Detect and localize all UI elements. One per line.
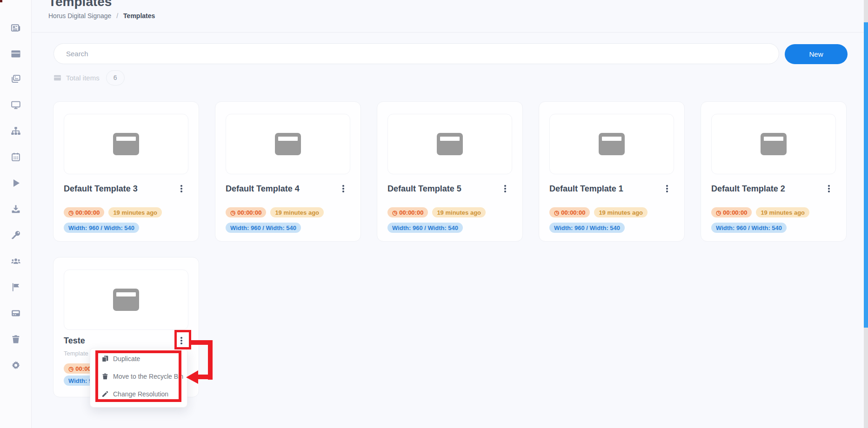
window-placeholder-icon [599, 133, 625, 155]
clock-icon: ◷ [554, 210, 559, 216]
breadcrumb-current: Templates [123, 12, 155, 20]
window-placeholder-icon [113, 133, 139, 155]
window-icon [53, 74, 61, 82]
context-menu-item[interactable]: Duplicate [90, 350, 187, 368]
template-subtitle: Template [64, 350, 88, 357]
template-card[interactable]: Default Template 4◷00:00:0019 minutes ag… [215, 101, 361, 242]
sitemap-icon[interactable] [11, 126, 21, 136]
updated-badge: 19 minutes ago [108, 207, 162, 217]
template-card[interactable]: Default Template 3◷00:00:0019 minutes ag… [53, 101, 199, 242]
sidebar [0, 0, 32, 428]
updated-badge: 19 minutes ago [756, 207, 809, 217]
trash-icon[interactable] [11, 334, 21, 344]
template-thumbnail [64, 270, 188, 330]
kebab-menu-button[interactable] [177, 336, 186, 346]
kebab-menu-button[interactable] [177, 184, 186, 194]
total-items-count-badge: 6 [106, 70, 125, 86]
window-placeholder-icon [437, 133, 463, 155]
pager-icon[interactable] [11, 308, 21, 318]
template-thumbnail [387, 114, 512, 174]
resolution-badge: Width: 960 / Width: 540 [64, 223, 139, 233]
calendar-icon[interactable] [11, 152, 21, 162]
breadcrumb: Horus Digital Signage / Templates [48, 12, 155, 20]
template-thumbnail [64, 114, 188, 174]
download-icon[interactable] [11, 204, 21, 214]
kebab-menu-button[interactable] [663, 184, 671, 194]
window-placeholder-icon [761, 133, 787, 155]
context-menu-item[interactable]: Move to the Recycle Bin [90, 368, 187, 385]
template-card[interactable]: Default Template 1◷00:00:0019 minutes ag… [539, 101, 685, 242]
duration-badge: ◷00:00:00 [226, 207, 266, 217]
search-input[interactable] [53, 43, 779, 64]
clipped-top-icon [11, 0, 21, 5]
breadcrumb-root[interactable]: Horus Digital Signage [48, 12, 111, 20]
total-items-label: Total items [66, 74, 100, 82]
window-placeholder-icon [113, 289, 139, 311]
copy-icon [101, 355, 109, 362]
corner-artifact [0, 0, 2, 2]
template-title: Default Template 2 [711, 184, 785, 194]
flag-icon[interactable] [11, 282, 21, 292]
updated-badge: 19 minutes ago [432, 207, 486, 217]
monitor-icon[interactable] [11, 100, 21, 110]
clock-icon: ◷ [68, 366, 73, 372]
resolution-badge: Width: 960 / Width: 540 [226, 223, 301, 233]
key-icon[interactable] [11, 230, 21, 240]
updated-badge: 19 minutes ago [270, 207, 324, 217]
template-title: Teste [64, 336, 85, 346]
page-title: Templates [48, 0, 112, 9]
duration-badge: ◷00:00:00 [387, 207, 428, 217]
template-title: Default Template 3 [64, 184, 138, 194]
resolution-badge: Width: 960 / Width: 540 [549, 223, 625, 233]
trash-icon [101, 373, 109, 380]
template-thumbnail [549, 114, 674, 174]
duration-badge: ◷00:00:00 [64, 207, 104, 217]
window-icon[interactable] [11, 49, 21, 59]
breadcrumb-separator: / [116, 12, 118, 20]
vertical-scrollbar[interactable] [864, 0, 868, 428]
template-title: Default Template 1 [549, 184, 623, 194]
template-title: Default Template 4 [226, 184, 300, 194]
context-menu-item[interactable]: Change Resolution [90, 385, 187, 403]
new-button[interactable]: New [785, 44, 848, 64]
newspaper-icon[interactable] [11, 23, 21, 33]
template-title: Default Template 5 [387, 184, 461, 194]
template-thumbnail [711, 114, 836, 174]
duration-badge: ◷00:00:00 [549, 207, 590, 217]
pencil-icon [101, 390, 109, 398]
context-menu: DuplicateMove to the Recycle BinChange R… [90, 348, 187, 408]
resolution-badge: Width: 960 / Width: 540 [387, 223, 463, 233]
updated-badge: 19 minutes ago [594, 207, 648, 217]
template-card[interactable]: Default Template 5◷00:00:0019 minutes ag… [377, 101, 523, 242]
clock-icon: ◷ [68, 210, 73, 216]
kebab-menu-button[interactable] [501, 184, 509, 194]
template-thumbnail [226, 114, 350, 174]
header-divider [32, 32, 864, 33]
clock-icon: ◷ [716, 210, 721, 216]
resolution-badge: Width: 960 / Width: 540 [711, 223, 787, 233]
duration-badge: ◷00:00:00 [711, 207, 752, 217]
total-items-row: Total items 6 [53, 70, 125, 86]
gear-icon[interactable] [11, 360, 21, 370]
kebab-menu-button[interactable] [825, 184, 833, 194]
users-icon[interactable] [11, 256, 21, 266]
kebab-menu-button[interactable] [339, 184, 347, 194]
window-placeholder-icon [275, 133, 301, 155]
template-card[interactable]: Default Template 2◷00:00:0019 minutes ag… [701, 101, 847, 242]
play-icon[interactable] [11, 178, 21, 188]
scrollbar-thumb[interactable] [864, 22, 868, 328]
clock-icon: ◷ [392, 210, 397, 216]
images-icon[interactable] [11, 74, 21, 84]
clock-icon: ◷ [230, 210, 235, 216]
